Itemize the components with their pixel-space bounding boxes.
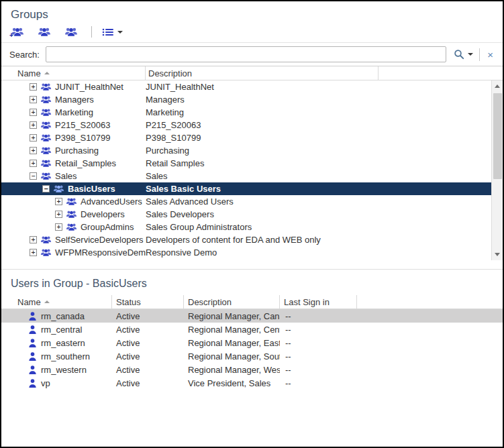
arrow-up-icon <box>495 85 500 88</box>
scroll-up-button[interactable] <box>492 80 503 92</box>
group-name: WFPMResponsiveDem <box>55 247 146 258</box>
table-row[interactable]: vp Active Vice President, Sales -- <box>1 376 503 390</box>
column-header-label: Description <box>148 68 192 78</box>
collapse-icon[interactable]: − <box>42 185 50 192</box>
edit-group-button[interactable] <box>38 27 54 37</box>
table-row[interactable]: rm_central Active Regional Manager, Cent… <box>1 323 503 336</box>
user-description: Regional Manager, Cana <box>184 311 280 321</box>
group-description: Managers <box>146 95 379 105</box>
users-panel-empty-area <box>1 390 503 447</box>
group-icon <box>40 159 52 168</box>
table-row[interactable]: rm_southern Active Regional Manager, Sou… <box>1 349 503 363</box>
user-description: Regional Manager, Wes <box>184 365 280 375</box>
group-name: GroupAdmins <box>81 222 134 232</box>
group-icon <box>66 223 77 231</box>
view-options-button[interactable] <box>102 27 123 37</box>
column-header-label: Description <box>188 297 232 307</box>
expand-icon[interactable]: + <box>55 198 62 205</box>
collapse-icon[interactable]: − <box>30 172 37 180</box>
search-separator <box>479 48 480 61</box>
table-row[interactable]: rm_eastern Active Regional Manager, East… <box>1 336 503 349</box>
expand-icon[interactable]: + <box>30 147 37 154</box>
group-icon <box>66 210 77 219</box>
table-row[interactable]: +WFPMResponsiveDem Responsive Demo <box>1 246 491 259</box>
expand-icon[interactable]: + <box>30 249 37 256</box>
expand-icon[interactable]: + <box>30 134 37 142</box>
group-icon <box>40 248 52 257</box>
group-description: Purchasing <box>146 146 379 156</box>
group-name: P398_S10799 <box>55 133 110 143</box>
search-input[interactable] <box>46 46 446 62</box>
group-icon <box>40 172 52 180</box>
table-row[interactable]: −Sales Sales <box>1 170 491 182</box>
column-header-description[interactable]: Description <box>146 66 379 80</box>
group-icon <box>38 27 51 37</box>
group-description: P398_S10799 <box>146 133 379 143</box>
user-last-sign-in: -- <box>280 351 357 361</box>
vertical-scrollbar[interactable] <box>491 80 503 260</box>
clear-search-button[interactable]: × <box>486 50 495 60</box>
user-last-sign-in: -- <box>280 365 357 375</box>
group-description: Marketing <box>146 107 379 117</box>
table-row[interactable]: +Managers Managers <box>1 93 491 106</box>
table-row[interactable]: rm_western Active Regional Manager, Wes … <box>1 363 503 376</box>
chevron-down-icon <box>468 53 473 56</box>
delete-group-button[interactable] <box>64 27 81 37</box>
column-header-description[interactable]: Description <box>184 295 280 309</box>
add-group-button[interactable]: + <box>11 27 28 37</box>
table-row[interactable]: +Developers Sales Developers <box>1 208 491 221</box>
table-row[interactable]: +Retail_Samples Retail Samples <box>1 157 491 170</box>
expand-icon[interactable]: + <box>55 223 62 231</box>
table-row[interactable]: +Marketing Marketing <box>1 106 491 119</box>
table-row[interactable]: +SelfServiceDevelopers Developers of con… <box>1 233 491 246</box>
group-icon <box>40 146 52 155</box>
user-name: vp <box>41 378 50 388</box>
scroll-down-button[interactable] <box>492 249 503 260</box>
expand-icon[interactable]: + <box>55 211 62 218</box>
table-row[interactable]: +P398_S10799 P398_S10799 <box>1 131 491 144</box>
user-status: Active <box>112 311 184 321</box>
search-button[interactable] <box>454 49 473 60</box>
user-name: rm_southern <box>41 351 90 361</box>
expand-icon[interactable]: + <box>30 236 37 243</box>
scrollbar-thumb[interactable] <box>493 93 502 179</box>
group-icon <box>53 184 64 193</box>
page-title: Groups <box>1 1 503 23</box>
column-header-empty <box>379 66 503 80</box>
table-row[interactable]: +JUNIT_HealthNet JUNIT_HealthNet <box>1 80 491 93</box>
table-row[interactable]: +AdvancedUsers Sales Advanced Users <box>1 195 491 208</box>
column-header-empty <box>357 295 503 309</box>
group-name: BasicUsers <box>68 184 115 194</box>
expand-icon[interactable]: + <box>30 83 37 91</box>
search-tools: × <box>452 48 495 61</box>
table-row[interactable]: +Purchasing Purchasing <box>1 144 491 157</box>
table-row-selected[interactable]: rm_canada Active Regional Manager, Cana … <box>1 309 503 323</box>
user-icon <box>28 311 37 321</box>
column-header-name[interactable]: Name <box>1 295 112 309</box>
expand-icon[interactable]: + <box>30 121 37 129</box>
table-row[interactable]: +GroupAdmins Sales Group Administrators <box>1 221 491 233</box>
group-icon <box>40 133 52 142</box>
group-description: JUNIT_HealthNet <box>146 82 379 92</box>
expand-icon[interactable]: + <box>30 109 37 116</box>
expand-icon[interactable]: + <box>30 160 37 167</box>
table-row-selected[interactable]: −BasicUsers Sales Basic Users <box>1 182 491 195</box>
plus-badge-icon: + <box>9 32 13 39</box>
user-icon <box>28 365 37 375</box>
user-last-sign-in: -- <box>280 378 357 388</box>
column-header-last-sign-in[interactable]: Last Sign in <box>280 295 357 309</box>
column-header-name[interactable]: Name <box>1 66 146 80</box>
group-icon <box>40 108 52 117</box>
user-status: Active <box>112 351 184 361</box>
table-row[interactable]: +P215_S20063 P215_S20063 <box>1 119 491 131</box>
user-status: Active <box>112 378 184 388</box>
column-header-status[interactable]: Status <box>112 295 184 309</box>
user-icon <box>28 351 37 361</box>
group-name: Purchasing <box>55 146 99 156</box>
group-description: Retail Samples <box>146 158 379 168</box>
expand-icon[interactable]: + <box>30 96 37 103</box>
group-name: Developers <box>81 209 125 219</box>
group-icon <box>40 95 52 104</box>
user-name: rm_canada <box>41 311 85 321</box>
groups-table-header: Name Description <box>1 66 503 80</box>
